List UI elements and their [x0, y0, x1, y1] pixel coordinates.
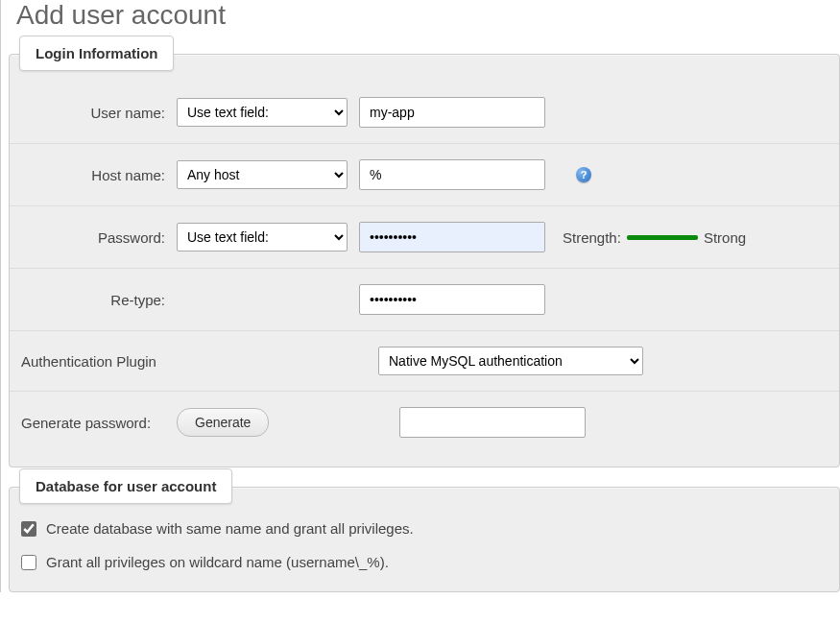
username-row: User name: Use text field: [10, 82, 839, 143]
generate-button[interactable]: Generate [177, 408, 269, 437]
hostname-row: Host name: Any host ? [10, 143, 839, 205]
help-icon[interactable]: ? [576, 167, 591, 182]
hostname-mode-select[interactable]: Any host [177, 160, 348, 189]
database-for-user-legend: Database for user account [19, 468, 232, 504]
auth-plugin-row: Authentication Plugin Native MySQL authe… [10, 330, 839, 391]
page-title: Add user account [16, 0, 840, 31]
wildcard-checkbox[interactable] [21, 555, 36, 570]
password-mode-select[interactable]: Use text field: [177, 223, 348, 252]
strength-bar [627, 235, 698, 240]
password-label: Password: [13, 229, 177, 246]
password-row: Password: Use text field: Strength: Stro… [10, 205, 839, 268]
strength-label: Strength: [563, 229, 621, 246]
login-information-legend: Login Information [19, 36, 174, 71]
generate-password-row: Generate password: Generate [10, 391, 839, 453]
hostname-label: Host name: [13, 167, 177, 183]
password-input[interactable] [359, 222, 545, 252]
retype-label: Re-type: [13, 292, 177, 308]
wildcard-option: Grant all privileges on wildcard name (u… [19, 548, 829, 576]
password-strength: Strength: Strong [563, 229, 746, 246]
auth-plugin-label: Authentication Plugin [13, 353, 177, 370]
username-label: User name: [13, 105, 177, 121]
strength-value: Strong [704, 229, 746, 246]
create-db-label[interactable]: Create database with same name and grant… [46, 520, 414, 537]
database-for-user-fieldset: Database for user account Create databas… [9, 487, 840, 592]
auth-plugin-select[interactable]: Native MySQL authentication [378, 347, 643, 375]
login-information-fieldset: Login Information User name: Use text fi… [9, 54, 840, 467]
retype-input[interactable] [359, 284, 545, 315]
create-db-checkbox[interactable] [21, 521, 36, 537]
create-db-option: Create database with same name and grant… [19, 515, 829, 542]
retype-row: Re-type: [10, 268, 839, 330]
generated-password-input[interactable] [399, 407, 586, 438]
hostname-input[interactable] [359, 159, 545, 190]
generate-password-label: Generate password: [13, 415, 177, 431]
wildcard-label[interactable]: Grant all privileges on wildcard name (u… [46, 554, 389, 570]
username-mode-select[interactable]: Use text field: [177, 98, 348, 127]
username-input[interactable] [359, 97, 545, 128]
